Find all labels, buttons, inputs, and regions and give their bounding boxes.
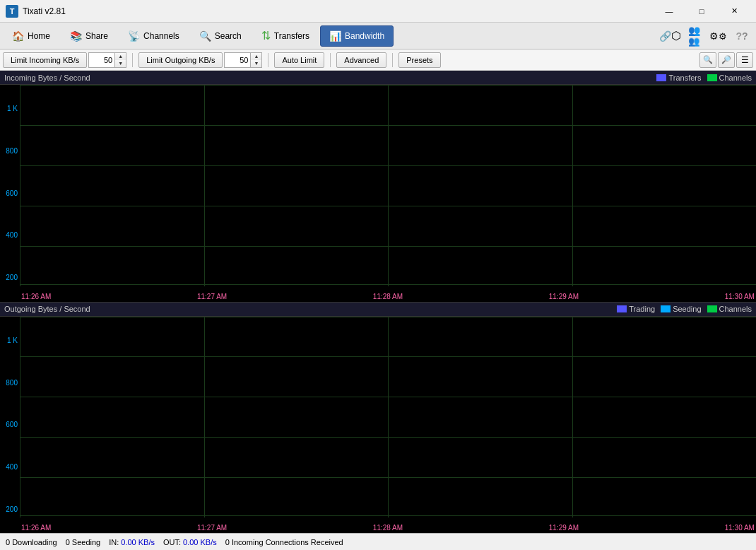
- incoming-chart-legend: Transfers Channels: [656, 74, 752, 82]
- outgoing-chart-body: 1 K 800 600 400 200: [0, 317, 756, 534]
- limit-incoming-button[interactable]: Limit Incoming KB/s: [3, 52, 87, 68]
- downloading-status: 0 Downloading: [6, 538, 57, 546]
- limit-incoming-up[interactable]: ▲: [115, 53, 126, 60]
- outgoing-grid: [20, 317, 756, 518]
- zoom-in-button[interactable]: 🔍: [699, 52, 716, 68]
- outgoing-x-labels: 11:26 AM 11:27 AM 11:28 AM 11:29 AM 11:3…: [20, 524, 756, 532]
- trading-color: [617, 305, 627, 312]
- incoming-chart-body: 1 K 800 600 400 200: [0, 85, 756, 302]
- v-line-4: [572, 85, 573, 286]
- incoming-x-labels: 11:26 AM 11:27 AM 11:28 AM 11:29 AM 11:3…: [20, 293, 756, 300]
- sep3: [330, 53, 331, 67]
- zoom-in-icon: 🔍: [703, 55, 713, 64]
- downloading-label: Downloading: [12, 538, 57, 546]
- titlebar: T Tixati v2.81 — □ ✕: [0, 0, 756, 23]
- limit-outgoing-spinbox: ▲ ▼: [224, 52, 262, 68]
- nav-share-label: Share: [85, 31, 108, 41]
- seeding-status: 0 Seeding: [66, 538, 101, 546]
- incoming-chart-panel: Incoming Bytes / Second Transfers Channe…: [0, 71, 756, 303]
- outgoing-x-3: 11:28 AM: [373, 524, 403, 532]
- seeding-color: [661, 305, 671, 312]
- incoming-legend-transfers-label: Transfers: [668, 74, 701, 82]
- toolbar: Limit Incoming KB/s ▲ ▼ Limit Outgoing K…: [0, 49, 756, 71]
- incoming-legend-channels-label: Channels: [719, 74, 752, 82]
- search-icon: [199, 30, 211, 42]
- downloading-count: 0: [6, 538, 10, 546]
- limit-outgoing-input[interactable]: [225, 53, 250, 67]
- incoming-grid: [20, 85, 756, 286]
- sep2: [268, 53, 268, 67]
- nav-channels[interactable]: Channels: [119, 25, 189, 47]
- in-label: IN:: [109, 538, 119, 546]
- nav-home-label: Home: [28, 31, 50, 41]
- nav-bandwidth[interactable]: Bandwidth: [320, 25, 394, 47]
- toolbar-right: 🔍 🔎 ☰: [699, 52, 753, 68]
- outgoing-legend-channels-label: Channels: [719, 305, 752, 313]
- nav-share[interactable]: Share: [61, 25, 117, 47]
- nav-channels-label: Channels: [143, 31, 179, 41]
- zoom-out-button[interactable]: 🔎: [718, 52, 735, 68]
- v-line-1: [20, 85, 20, 286]
- v-line-3: [388, 85, 389, 286]
- share-icon: [70, 30, 82, 42]
- close-button[interactable]: ✕: [718, 0, 750, 23]
- maximize-button[interactable]: □: [685, 0, 718, 23]
- limit-outgoing-group: Limit Outgoing KB/s ▲ ▼: [138, 52, 262, 68]
- limit-incoming-down[interactable]: ▼: [115, 60, 126, 67]
- ov-line-3: [388, 317, 389, 518]
- outgoing-y-800: 800: [0, 379, 20, 387]
- incoming-y-600: 600: [0, 189, 20, 197]
- nav-transfers[interactable]: Transfers: [252, 25, 319, 47]
- connections-status: 0 Incoming Connections Received: [225, 538, 343, 546]
- outgoing-x-2: 11:27 AM: [197, 524, 227, 532]
- outgoing-channels-color: [707, 305, 717, 312]
- seeding-label: Seeding: [72, 538, 100, 546]
- minimize-button[interactable]: —: [653, 0, 685, 23]
- ov-line-1: [20, 317, 20, 518]
- outgoing-y-400: 400: [0, 463, 20, 471]
- outgoing-chart-panel: Outgoing Bytes / Second Trading Seeding …: [0, 303, 756, 534]
- nav-settings-button[interactable]: ⚙: [707, 25, 729, 47]
- ov-line-4: [572, 317, 573, 518]
- auto-limit-button[interactable]: Auto Limit: [274, 52, 324, 68]
- users-icon: 👥: [683, 25, 704, 47]
- limit-outgoing-down[interactable]: ▼: [251, 60, 261, 67]
- incoming-y-800: 800: [0, 147, 20, 155]
- nav-help-button[interactable]: ?: [731, 25, 753, 47]
- limit-outgoing-up[interactable]: ▲: [251, 53, 261, 60]
- incoming-x-5: 11:30 AM: [725, 293, 755, 300]
- nav-search[interactable]: Search: [190, 25, 251, 47]
- incoming-chart-canvas: 1 K 800 600 400 200: [0, 85, 756, 302]
- limit-outgoing-button[interactable]: Limit Outgoing KB/s: [138, 52, 223, 68]
- settings-icon: ⚙: [709, 30, 727, 42]
- outgoing-legend-seeding-label: Seeding: [673, 305, 701, 313]
- outgoing-y-labels: 1 K 800 600 400 200: [0, 317, 20, 534]
- ov-line-2: [204, 317, 205, 518]
- nav-home[interactable]: Home: [3, 25, 59, 47]
- menu-button[interactable]: ☰: [736, 52, 753, 68]
- outgoing-x-4: 11:29 AM: [549, 524, 579, 532]
- outgoing-legend-seeding: Seeding: [661, 305, 701, 313]
- advanced-button[interactable]: Advanced: [336, 52, 386, 68]
- incoming-x-3: 11:28 AM: [373, 293, 403, 300]
- limit-incoming-input[interactable]: [89, 53, 114, 67]
- nav-peers-button[interactable]: ⬡: [658, 25, 681, 47]
- outgoing-chart-header: Outgoing Bytes / Second Trading Seeding …: [0, 303, 756, 317]
- presets-button[interactable]: Presets: [398, 52, 440, 68]
- incoming-y-400: 400: [0, 231, 20, 239]
- outgoing-y-200: 200: [0, 505, 20, 513]
- navbar: Home Share Channels Search Transfers Ban…: [0, 23, 756, 49]
- statusbar: 0 Downloading 0 Seeding IN: 0.00 KB/s OU…: [0, 533, 756, 550]
- svg-text:T: T: [10, 7, 15, 16]
- sep4: [392, 53, 393, 67]
- limit-incoming-arrows: ▲ ▼: [114, 53, 126, 67]
- bandwidth-icon: [329, 30, 341, 42]
- incoming-y-200: 200: [0, 274, 20, 281]
- outgoing-y-600: 600: [0, 421, 20, 428]
- nav-users-button[interactable]: 👥: [683, 25, 705, 47]
- outgoing-chart-legend: Trading Seeding Channels: [617, 305, 752, 313]
- incoming-y-labels: 1 K 800 600 400 200: [0, 85, 20, 302]
- incoming-x-2: 11:27 AM: [197, 293, 227, 300]
- zoom-out-icon: 🔎: [721, 55, 731, 64]
- window-controls: — □ ✕: [653, 0, 750, 23]
